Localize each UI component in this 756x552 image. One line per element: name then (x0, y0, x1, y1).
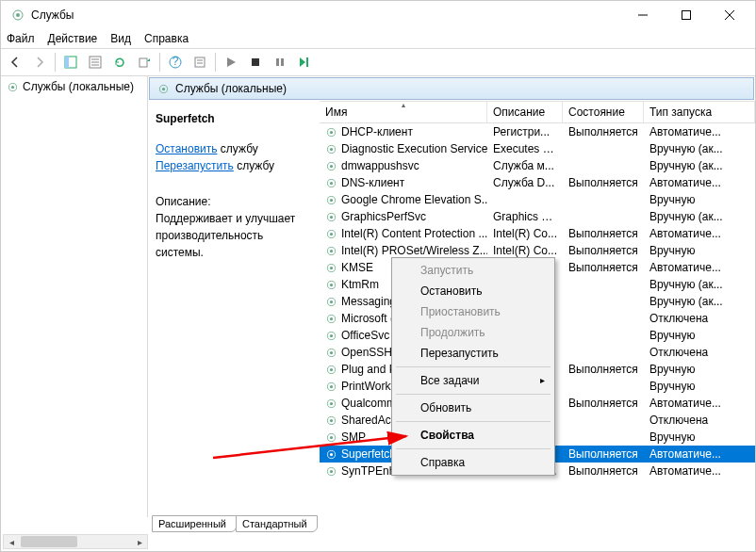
gear-icon (325, 126, 337, 138)
service-desc: Intel(R) Co... (487, 244, 563, 257)
svg-rect-19 (276, 58, 279, 66)
svg-point-59 (330, 401, 333, 404)
start-service-button[interactable] (220, 51, 242, 73)
svg-point-61 (330, 418, 333, 421)
pane-header: Службы (локальные) (149, 77, 754, 100)
help-button[interactable]: ? (164, 51, 187, 73)
scroll-right-icon[interactable]: ▸ (132, 537, 147, 547)
gear-icon (325, 160, 337, 172)
pause-service-button[interactable] (269, 51, 291, 73)
service-row[interactable]: Intel(R) Content Protection ...Intel(R) … (320, 225, 755, 242)
gear-icon (325, 381, 337, 393)
service-row[interactable]: dmwappushsvcСлужба м...Вручную (ак... (320, 157, 755, 174)
column-header-state[interactable]: Состояние (563, 102, 644, 122)
gear-icon (325, 228, 337, 240)
maximize-button[interactable] (665, 1, 708, 29)
gear-icon (325, 262, 337, 274)
ctx-start[interactable]: Запустить (394, 260, 552, 281)
service-startup: Вручную (ак... (644, 295, 755, 308)
service-startup: Вручную (644, 380, 755, 393)
stop-service-button[interactable] (244, 51, 267, 73)
menu-help[interactable]: Справка (144, 32, 189, 45)
forward-button[interactable] (28, 51, 51, 73)
restart-service-button[interactable] (293, 51, 316, 73)
service-state: Выполняется (563, 261, 644, 274)
gear-icon (325, 398, 337, 410)
service-startup: Автоматиче... (644, 176, 755, 189)
service-name: dmwappushsvc (341, 159, 419, 172)
ctx-help[interactable]: Справка (394, 452, 552, 473)
svg-point-63 (330, 435, 333, 438)
minimize-button[interactable] (621, 1, 665, 29)
column-header-name[interactable]: ▴Имя (320, 102, 487, 122)
svg-point-45 (330, 283, 333, 285)
service-row[interactable]: DNS-клиентСлужба D...ВыполняетсяАвтомати… (320, 174, 755, 191)
service-row[interactable]: DHCP-клиентРегистри...ВыполняетсяАвтомат… (320, 123, 755, 140)
service-startup: Вручную (ак... (644, 210, 755, 223)
toolbar-separator (55, 53, 56, 72)
service-startup: Автоматиче... (644, 464, 755, 478)
service-startup: Вручную (644, 193, 755, 206)
ctx-separator (396, 394, 551, 395)
stop-link[interactable]: Остановить (156, 142, 218, 155)
restart-link[interactable]: Перезапустить (156, 159, 234, 172)
service-name: DNS-клиент (341, 176, 404, 189)
tab-standard[interactable]: Стандартный (236, 515, 318, 532)
svg-point-29 (330, 147, 333, 150)
svg-point-27 (330, 130, 333, 133)
menu-bar: Файл Действие Вид Справка (1, 29, 755, 48)
gear-icon (325, 347, 337, 359)
gear-icon (325, 364, 337, 376)
gear-icon (325, 431, 337, 444)
service-name: DHCP-клиент (341, 125, 413, 138)
scrollbar-thumb[interactable] (21, 536, 77, 547)
column-headers: ▴Имя Описание Состояние Тип запуска (320, 101, 755, 123)
scroll-left-icon[interactable]: ◂ (4, 537, 19, 547)
service-row[interactable]: Google Chrome Elevation S...Вручную (320, 191, 755, 208)
service-row[interactable]: GraphicsPerfSvcGraphics p...Вручную (ак.… (320, 208, 755, 225)
svg-point-51 (330, 333, 333, 336)
gear-icon (325, 143, 337, 155)
tree-item-label: Службы (локальные) (23, 80, 134, 93)
ctx-properties[interactable]: Свойства (394, 425, 552, 446)
svg-point-47 (330, 300, 333, 302)
svg-point-49 (330, 317, 333, 319)
close-button[interactable] (708, 1, 751, 29)
svg-point-1 (16, 13, 20, 17)
tab-extended[interactable]: Расширенный (152, 515, 237, 532)
ctx-refresh[interactable]: Обновить (394, 398, 552, 418)
menu-file[interactable]: Файл (7, 32, 35, 45)
service-startup: Автоматиче... (644, 125, 755, 138)
ctx-all-tasks[interactable]: Все задачи▸ (394, 370, 552, 391)
service-name: Google Chrome Elevation S... (341, 193, 487, 206)
back-button[interactable] (4, 51, 26, 73)
service-desc: Регистри... (487, 125, 563, 138)
svg-point-33 (330, 181, 333, 184)
column-header-startup[interactable]: Тип запуска (644, 102, 755, 122)
ctx-restart[interactable]: Перезапустить (394, 343, 552, 364)
ctx-pause[interactable]: Приостановить (394, 301, 552, 322)
menu-view[interactable]: Вид (110, 32, 131, 45)
menu-action[interactable]: Действие (48, 32, 98, 45)
sort-caret-icon: ▴ (402, 101, 405, 109)
show-hide-tree-button[interactable] (59, 51, 82, 73)
ctx-stop[interactable]: Остановить (394, 281, 552, 301)
tree-scrollbar[interactable]: ◂ ▸ (3, 534, 148, 549)
column-header-description[interactable]: Описание (487, 102, 563, 122)
refresh-button[interactable] (108, 51, 131, 73)
service-startup: Отключена (644, 414, 755, 427)
svg-rect-20 (281, 58, 284, 66)
service-startup: Вручную (ак... (644, 159, 755, 172)
ctx-resume[interactable]: Продолжить (394, 322, 552, 343)
service-row[interactable]: Diagnostic Execution ServiceExecutes di.… (320, 140, 755, 157)
export-button[interactable] (133, 51, 156, 73)
service-state: Выполняется (563, 363, 644, 376)
properties-button[interactable] (189, 51, 211, 73)
service-name: KMSE (341, 261, 373, 274)
service-name: SMP (341, 430, 366, 444)
gear-icon (325, 211, 337, 223)
svg-point-65 (330, 452, 333, 455)
tree-item-services-local[interactable]: Службы (локальные) (1, 76, 147, 97)
details-button[interactable] (84, 51, 107, 73)
svg-rect-3 (682, 11, 691, 20)
